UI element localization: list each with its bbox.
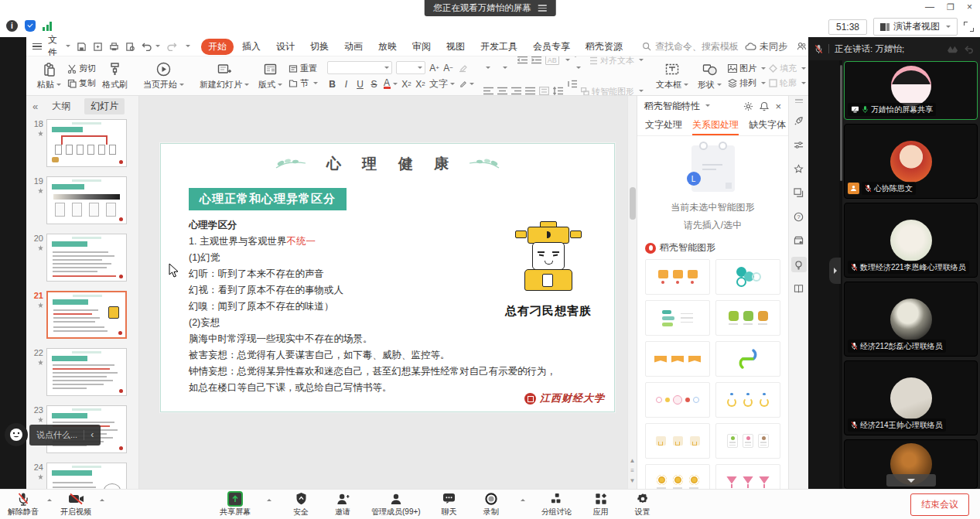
smart-graphic-org-squares[interactable]: [645, 259, 710, 295]
arrange-button[interactable]: 排列: [728, 77, 766, 89]
unmute-options-icon[interactable]: [47, 497, 52, 501]
start-video-options-icon[interactable]: [100, 497, 104, 501]
sync-status[interactable]: 未同步: [745, 40, 787, 53]
font-color-button[interactable]: A: [383, 80, 398, 89]
info-icon[interactable]: i: [6, 20, 18, 32]
bullet-list-icon[interactable]: [483, 56, 497, 74]
scrollbar-thumb[interactable]: [630, 187, 636, 220]
invite-button[interactable]: 邀请: [330, 492, 356, 517]
slide-thumbnail-21[interactable]: 21: [28, 291, 135, 339]
text-direction-icon[interactable]: [574, 56, 586, 74]
shape-button[interactable]: 形状: [695, 61, 725, 91]
show-more-participants-button[interactable]: [886, 474, 936, 487]
menu-tab-动画[interactable]: 动画: [337, 39, 370, 55]
start-video-button[interactable]: 开启视频: [60, 492, 91, 517]
share-screen-button[interactable]: 共享屏幕: [220, 492, 251, 517]
menu-tab-稻壳资源[interactable]: 稻壳资源: [579, 39, 630, 55]
align-justify-icon[interactable]: [525, 84, 535, 96]
menu-tab-插入[interactable]: 插入: [235, 39, 268, 55]
format-painter-button[interactable]: 格式刷: [99, 61, 131, 91]
floating-chat-widget[interactable]: 说点什么... ‹: [5, 423, 101, 446]
protection-shield-icon[interactable]: [25, 20, 36, 32]
decrease-font-button[interactable]: A−: [443, 63, 453, 73]
fullscreen-icon[interactable]: [964, 22, 974, 32]
slide-layout-button[interactable]: 版式: [255, 61, 285, 91]
slide-thumbnail-24[interactable]: 24: [28, 463, 135, 489]
close-icon[interactable]: ×: [967, 2, 972, 12]
tab-outline[interactable]: 大纲: [46, 98, 77, 114]
chat-input-placeholder[interactable]: 说点什么...: [36, 429, 77, 441]
outline-button[interactable]: 轮廓: [769, 77, 806, 89]
unmute-button[interactable]: 解除静音: [8, 492, 39, 517]
bell-icon[interactable]: [760, 101, 769, 111]
smart-graphic-dot-row[interactable]: [645, 382, 710, 418]
line-spacing-icon[interactable]: [553, 84, 563, 96]
align-right-icon[interactable]: [511, 84, 521, 96]
export-icon[interactable]: [93, 42, 103, 52]
slide-thumbnail-preview[interactable]: [46, 463, 127, 489]
participant-tile-经济212彭磊心理联络员[interactable]: 经济212彭磊心理联络员: [844, 282, 978, 357]
phonetic-guide-icon[interactable]: AB: [545, 56, 559, 65]
fill-button[interactable]: 填充: [769, 63, 806, 74]
slide-thumbnail-preview[interactable]: [46, 119, 127, 167]
help-icon[interactable]: ?: [791, 209, 807, 224]
print-preview-icon[interactable]: [125, 42, 135, 52]
windows-overlap-icon[interactable]: [791, 185, 807, 200]
textbox-button[interactable]: 文本框: [653, 61, 691, 91]
paragraph-spacing-icon[interactable]: [567, 77, 577, 96]
slide-thumbnail-19[interactable]: 19: [28, 176, 135, 224]
increase-font-button[interactable]: A+: [429, 63, 439, 73]
smart-graphic-card-dots[interactable]: [715, 423, 780, 459]
font-size-select[interactable]: [396, 61, 425, 74]
cut-button[interactable]: 剪切: [67, 63, 96, 74]
return-arrow-icon[interactable]: [964, 44, 974, 54]
close-taskpane-icon[interactable]: ×: [775, 101, 781, 112]
restore-icon[interactable]: ❐: [947, 2, 954, 12]
menu-tab-开发工具[interactable]: 开发工具: [473, 39, 524, 55]
menu-tab-视图[interactable]: 视图: [439, 39, 472, 55]
paste-button[interactable]: 粘贴: [34, 61, 64, 91]
section-button[interactable]: 节: [289, 77, 318, 89]
decrease-indent-icon[interactable]: [517, 56, 528, 67]
menu-tab-切换[interactable]: 切换: [303, 39, 336, 55]
slide-thumbnail-22[interactable]: 22: [28, 348, 135, 396]
slide-thumbnail-18[interactable]: 18: [28, 119, 135, 167]
smart-graphic-circle-cluster[interactable]: [715, 259, 780, 295]
collapse-chat-icon[interactable]: ‹: [90, 429, 94, 440]
picture-button[interactable]: 图片: [728, 63, 766, 74]
smart-graphic-coin-circles[interactable]: [645, 464, 710, 489]
end-meeting-button[interactable]: 结束会议: [910, 493, 969, 516]
security-button[interactable]: 安全: [288, 492, 314, 517]
slide-thumbnail-preview[interactable]: [46, 291, 127, 339]
breakout-button[interactable]: 分组讨论: [541, 492, 572, 517]
network-stats-icon[interactable]: [43, 21, 52, 31]
quickbar-more-icon[interactable]: [186, 45, 190, 50]
convert-smartart-button[interactable]: 转智能图形: [581, 86, 644, 97]
gear-icon[interactable]: [743, 101, 753, 111]
new-slide-button[interactable]: 新建幻灯片: [196, 61, 252, 91]
chat-button[interactable]: 聊天: [436, 492, 463, 517]
slide-thumbnail-preview[interactable]: [46, 348, 127, 396]
tab-slides[interactable]: 幻灯片: [84, 98, 125, 114]
smart-graphic-round-badges[interactable]: [715, 300, 780, 336]
participant-tile-经济214王帅心理联络员[interactable]: 经济214王帅心理联络员: [844, 360, 978, 435]
menu-tab-放映[interactable]: 放映: [371, 39, 404, 55]
bold-button[interactable]: B: [327, 79, 337, 90]
taskpane-tab-关系图处理[interactable]: 关系图处理: [692, 116, 739, 135]
italic-button[interactable]: I: [341, 79, 351, 90]
effects-star-icon[interactable]: [791, 161, 807, 176]
subscript-button[interactable]: X2: [415, 79, 425, 90]
participant-tile-数理经济221李恩峰心理联络员[interactable]: 数理经济221李恩峰心理联络员: [844, 203, 978, 278]
command-search[interactable]: 查找命令、搜索模板: [642, 40, 739, 53]
participant-tile-心协陈思文[interactable]: 心协陈思文: [844, 124, 978, 199]
expand-panel-handle[interactable]: [829, 258, 841, 284]
collapse-panel-icon[interactable]: «: [32, 101, 38, 112]
play-from-page-button[interactable]: 当页开始: [140, 61, 187, 91]
current-slide[interactable]: 心 理 健 康 心理正常和心理异常区分 心理学区分1. 主观世界与客观世界不统一…: [160, 143, 615, 412]
record-options-icon[interactable]: [521, 497, 525, 501]
highlight-pen-icon[interactable]: [459, 80, 474, 88]
undo-icon[interactable]: [142, 42, 152, 51]
rocket-icon[interactable]: [791, 113, 807, 128]
smart-graphic-banners[interactable]: [645, 341, 710, 377]
slide-thumbnail-20[interactable]: 20: [28, 234, 135, 282]
